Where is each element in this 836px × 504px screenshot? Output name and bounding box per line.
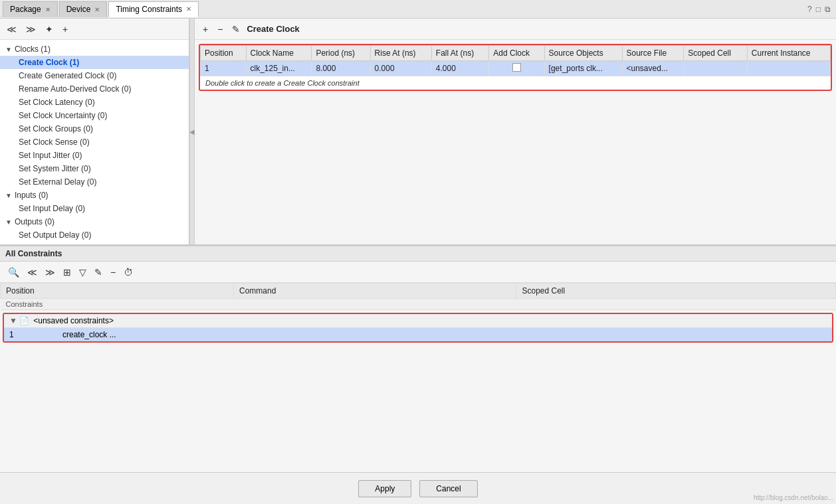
- sidebar-item-rename-label: Rename Auto-Derived Clock (0): [19, 84, 131, 94]
- table-container: Position Clock Name Period (ns) Rise At …: [195, 40, 836, 244]
- sidebar-item-set-external-delay[interactable]: Set External Delay (0): [0, 175, 189, 189]
- tab-package[interactable]: Package ✕: [3, 1, 58, 17]
- tab-device[interactable]: Device ✕: [59, 1, 108, 17]
- sidebar-item-set-system-jitter[interactable]: Set System Jitter (0): [0, 162, 189, 175]
- bottom-collapse-button[interactable]: ≪: [25, 266, 40, 279]
- top-section: ≪ ≫ ✦ + ▼ Clocks (1) Create Clock (1) Cr…: [0, 19, 836, 246]
- tab-package-close[interactable]: ✕: [45, 6, 51, 13]
- bottom-table: Position Command Scoped Cell Constraints: [0, 283, 836, 310]
- bottom-section: All Constraints 🔍 ≪ ≫ ⊞ ▽ ✎ − ⏱ Position…: [0, 246, 836, 472]
- bottom-table-container: Position Command Scoped Cell Constraints…: [0, 283, 836, 472]
- col-header-source-file: Source File: [622, 46, 684, 61]
- add-button[interactable]: +: [60, 23, 70, 36]
- tab-timing[interactable]: Timing Constraints ✕: [108, 1, 199, 17]
- bottom-col-position: Position: [1, 284, 234, 299]
- sidebar-group-clocks[interactable]: ▼ Clocks (1): [0, 42, 189, 56]
- table-row[interactable]: 1 clk_125_in... 8.000 0.000 4.000 [get_p…: [201, 61, 831, 76]
- constraints-file-label: <unsaved constraints>: [33, 316, 114, 325]
- restore-icon[interactable]: □: [816, 5, 821, 14]
- sidebar-item-set-clock-groups[interactable]: Set Clock Groups (0): [0, 122, 189, 135]
- content-remove-button[interactable]: −: [215, 23, 225, 36]
- bottom-remove-button[interactable]: −: [108, 266, 118, 279]
- sidebar-group-clocks-label: Clocks (1): [15, 44, 51, 54]
- constraint-table: Position Clock Name Period (ns) Rise At …: [199, 44, 832, 91]
- content-toolbar: + − ✎ Create Clock: [195, 19, 836, 40]
- content-title: Create Clock: [247, 24, 299, 34]
- cancel-button[interactable]: Cancel: [419, 480, 477, 497]
- apply-button[interactable]: Apply: [358, 480, 411, 497]
- sidebar-group-outputs[interactable]: ▼ Outputs (0): [0, 215, 189, 228]
- cell-period: 8.000: [312, 61, 370, 76]
- sidebar-item-clock-latency-label: Set Clock Latency (0): [19, 98, 95, 107]
- bottom-filter-button[interactable]: ▽: [76, 266, 89, 279]
- col-header-position: Position: [201, 46, 247, 61]
- sidebar-item-clock-uncertainty-label: Set Clock Uncertainty (0): [19, 111, 107, 120]
- sidebar-item-set-clock-latency[interactable]: Set Clock Latency (0): [0, 96, 189, 109]
- sidebar-item-set-input-delay[interactable]: Set Input Delay (0): [0, 202, 189, 215]
- sidebar-item-output-delay-label: Set Output Delay (0): [19, 230, 91, 240]
- col-header-rise-at: Rise At (ns): [370, 46, 431, 61]
- constraints-section: ▼ 📄 <unsaved constraints> 1 create_clock…: [3, 313, 833, 343]
- maximize-icon[interactable]: ⧉: [825, 5, 831, 14]
- col-header-fall-at: Fall At (ns): [431, 46, 489, 61]
- bottom-clock-button[interactable]: ⏱: [121, 266, 136, 279]
- footer: Apply Cancel: [0, 472, 836, 504]
- pin-button[interactable]: ✦: [43, 23, 56, 36]
- sidebar-item-rename-auto-derived[interactable]: Rename Auto-Derived Clock (0): [0, 82, 189, 96]
- expand-all-button[interactable]: ≫: [23, 23, 39, 36]
- constraints-row-position: 1: [9, 330, 62, 339]
- constraints-sub-header: Constraints: [6, 300, 43, 308]
- sidebar-item-set-clock-uncertainty[interactable]: Set Clock Uncertainty (0): [0, 109, 189, 122]
- sidebar-item-set-input-jitter[interactable]: Set Input Jitter (0): [0, 149, 189, 162]
- tab-package-label: Package: [10, 5, 41, 14]
- cell-current-instance: [747, 61, 830, 76]
- sidebar: ≪ ≫ ✦ + ▼ Clocks (1) Create Clock (1) Cr…: [0, 19, 189, 244]
- cell-clock-name: clk_125_in...: [246, 61, 312, 76]
- add-clock-checkbox[interactable]: [512, 63, 521, 72]
- constraints-file-row[interactable]: ▼ 📄 <unsaved constraints>: [4, 314, 832, 328]
- cell-fall-at: 4.000: [431, 61, 489, 76]
- chevron-down-icon-inputs: ▼: [5, 192, 12, 199]
- sidebar-item-set-clock-sense[interactable]: Set Clock Sense (0): [0, 135, 189, 149]
- sidebar-item-set-output-delay[interactable]: Set Output Delay (0): [0, 228, 189, 242]
- bottom-search-button[interactable]: 🔍: [5, 266, 22, 279]
- sidebar-item-input-delay-label: Set Input Delay (0): [19, 204, 85, 213]
- vertical-splitter[interactable]: ◀: [189, 19, 195, 244]
- constraints-data-row[interactable]: 1 create_clock ...: [4, 328, 832, 341]
- watermark: http://blog.csdn.net/bolao...: [754, 494, 833, 501]
- chevron-down-icon: ▼: [5, 46, 12, 53]
- bottom-col-scoped: Scoped Cell: [516, 284, 836, 299]
- col-header-period: Period (ns): [312, 46, 370, 61]
- sidebar-item-create-clock-label: Create Clock (1): [19, 58, 79, 67]
- tab-timing-close[interactable]: ✕: [186, 5, 191, 13]
- cell-rise-at: 0.000: [370, 61, 431, 76]
- cell-source-objects: [get_ports clk...: [544, 61, 622, 76]
- sidebar-item-clock-groups-label: Set Clock Groups (0): [19, 124, 93, 133]
- sidebar-item-create-clock[interactable]: Create Clock (1): [0, 56, 189, 69]
- sidebar-group-inputs[interactable]: ▼ Inputs (0): [0, 189, 189, 202]
- cell-position: 1: [201, 61, 247, 76]
- sidebar-group-outputs-label: Outputs (0): [15, 217, 54, 226]
- window-controls: ? □ ⧉: [807, 5, 833, 14]
- bottom-edit-button[interactable]: ✎: [92, 266, 105, 279]
- col-header-source-objects: Source Objects: [544, 46, 622, 61]
- bottom-expand-button[interactable]: ≫: [43, 266, 58, 279]
- cell-scoped-cell: [684, 61, 748, 76]
- constraints-row-command: create_clock ...: [62, 330, 169, 339]
- main-layout: ≪ ≫ ✦ + ▼ Clocks (1) Create Clock (1) Cr…: [0, 19, 836, 504]
- sidebar-item-create-generated-clock[interactable]: Create Generated Clock (0): [0, 69, 189, 82]
- tab-timing-label: Timing Constraints: [116, 5, 182, 14]
- content-area: + − ✎ Create Clock Position Clock Name P…: [195, 19, 836, 244]
- collapse-all-button[interactable]: ≪: [4, 23, 19, 36]
- content-edit-button[interactable]: ✎: [229, 23, 243, 36]
- help-icon[interactable]: ?: [807, 5, 812, 14]
- sidebar-toolbar: ≪ ≫ ✦ +: [0, 19, 189, 40]
- tab-device-label: Device: [66, 5, 91, 14]
- bottom-grid-button[interactable]: ⊞: [60, 266, 74, 279]
- bottom-toolbar: 🔍 ≪ ≫ ⊞ ▽ ✎ − ⏱: [0, 262, 836, 283]
- col-header-add-clock: Add Clock: [489, 46, 544, 61]
- all-constraints-header: All Constraints: [0, 246, 836, 262]
- content-add-button[interactable]: +: [200, 23, 211, 36]
- tab-device-close[interactable]: ✕: [94, 6, 100, 13]
- bottom-col-command: Command: [234, 284, 516, 299]
